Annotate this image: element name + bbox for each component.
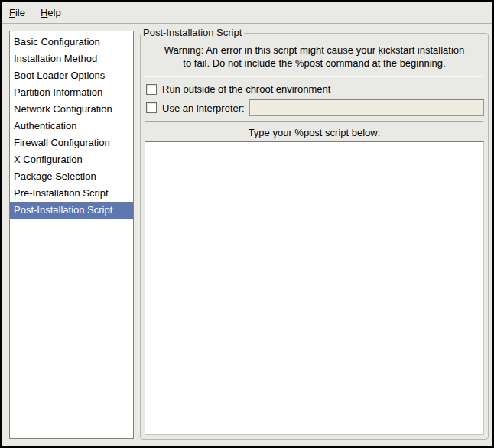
post-installation-frame: Post-Installation Script Warning: An err… [140,33,489,440]
interpreter-row: Use an interpreter: [145,99,484,116]
interpreter-checkbox-label: Use an interpreter: [162,102,245,114]
menu-file-label: ile [15,7,25,18]
sidebar-item-firewall-configuration[interactable]: Firewall Configuration [10,135,133,151]
menu-file[interactable]: File [2,2,33,23]
sidebar-item-installation-method[interactable]: Installation Method [10,50,133,67]
frame-title: Post-Installation Script [141,27,244,38]
menu-help-mnemonic: H [41,7,47,18]
menu-help[interactable]: Help [33,2,69,23]
menubar: File Help [2,2,492,24]
sidebar-item-basic-configuration[interactable]: Basic Configuration [10,34,133,50]
warning-text: Warning: An error in this script might c… [145,44,484,70]
sidebar-item-package-selection[interactable]: Package Selection [10,168,133,185]
chroot-checkbox-label: Run outside of the chroot environment [162,83,330,95]
chroot-row: Run outside of the chroot environment [145,83,484,95]
sidebar-item-pre-installation-script[interactable]: Pre-Installation Script [10,185,133,202]
sidebar-item-x-configuration[interactable]: X Configuration [10,151,133,168]
interpreter-input[interactable] [249,99,484,116]
sidebar-item-post-installation-script[interactable]: Post-Installation Script [10,202,133,219]
menu-file-mnemonic: F [9,7,15,18]
menu-help-label: elp [47,7,60,18]
app-window: File Help Basic Configuration Installati… [0,0,494,448]
post-script-textarea[interactable] [145,141,484,435]
warning-line-2: to fail. Do not include the %post comman… [145,57,484,70]
sidebar-item-partition-information[interactable]: Partition Information [10,84,133,101]
sidebar-item-network-configuration[interactable]: Network Configuration [10,101,133,118]
separator-bottom [145,121,483,122]
warning-line-1: Warning: An error in this script might c… [145,44,484,57]
sidebar-item-boot-loader-options[interactable]: Boot Loader Options [10,67,133,84]
chroot-checkbox[interactable] [146,84,157,95]
separator-top [145,76,483,77]
interpreter-checkbox[interactable] [146,102,157,113]
sidebar-list: Basic Configuration Installation Method … [9,31,134,439]
script-label: Type your %post script below: [145,127,484,138]
sidebar-item-authentication[interactable]: Authentication [10,118,133,135]
